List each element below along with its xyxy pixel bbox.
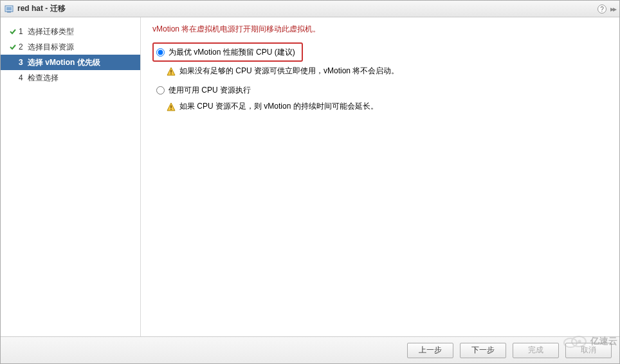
dialog-title: red hat - 迁移 — [17, 3, 66, 14]
wizard-sidebar: 1 选择迁移类型 2 选择目标资源 3 选择 vMotion 优先级 4 检查选… — [1, 17, 141, 336]
svg-rect-5 — [170, 73, 171, 75]
highlighted-option: 为最优 vMotion 性能预留 CPU (建议) — [152, 42, 303, 62]
wizard-step-1[interactable]: 1 选择迁移类型 — [1, 24, 140, 39]
priority-radio-optimal[interactable] — [156, 48, 165, 57]
svg-rect-8 — [170, 109, 171, 110]
step-number: 4 — [19, 73, 23, 82]
expand-icon[interactable]: ▸▸ — [610, 5, 615, 14]
check-icon — [7, 43, 19, 51]
finish-button[interactable]: 完成 — [513, 343, 559, 358]
step-number: 3 — [19, 58, 23, 67]
priority-radio-available[interactable] — [156, 86, 165, 95]
help-icon[interactable]: ? — [597, 5, 606, 14]
dialog-body: 1 选择迁移类型 2 选择目标资源 3 选择 vMotion 优先级 4 检查选… — [1, 17, 619, 336]
hint-text: 如果 CPU 资源不足，则 vMotion 的持续时间可能会延长。 — [179, 101, 378, 112]
svg-rect-7 — [170, 105, 171, 108]
warning-icon — [167, 67, 176, 76]
wizard-step-4[interactable]: 4 检查选择 — [1, 70, 140, 86]
step-label: 检查选择 — [28, 73, 59, 82]
step-label: 选择目标资源 — [28, 42, 74, 51]
cancel-button[interactable]: 取消 — [565, 343, 612, 358]
wizard-step-3[interactable]: 3 选择 vMotion 优先级 — [1, 55, 140, 70]
dialog-footer: 上一步 下一步 完成 取消 — [1, 336, 619, 363]
priority-option-1: 为最优 vMotion 性能预留 CPU (建议) 如果没有足够的 CPU 资源… — [152, 42, 608, 77]
step-label: 选择 vMotion 优先级 — [28, 58, 100, 67]
svg-rect-1 — [6, 7, 12, 10]
back-button[interactable]: 上一步 — [407, 343, 453, 358]
next-button[interactable]: 下一步 — [460, 343, 506, 358]
priority-hint-2: 如果 CPU 资源不足，则 vMotion 的持续时间可能会延长。 — [167, 101, 608, 112]
priority-label-available: 使用可用 CPU 资源执行 — [169, 85, 251, 96]
content-subtitle: vMotion 将在虚拟机电源打开期间移动此虚拟机。 — [152, 24, 608, 35]
wizard-content: vMotion 将在虚拟机电源打开期间移动此虚拟机。 为最优 vMotion 性… — [141, 17, 619, 336]
svg-rect-4 — [170, 70, 171, 73]
svg-rect-2 — [7, 12, 11, 13]
hint-text: 如果没有足够的 CPU 资源可供立即使用，vMotion 将不会启动。 — [179, 66, 399, 77]
vm-icon — [5, 5, 14, 14]
priority-option-2: 使用可用 CPU 资源执行 如果 CPU 资源不足，则 vMotion 的持续时… — [152, 83, 608, 112]
migrate-dialog: red hat - 迁移 ? ▸▸ 1 选择迁移类型 2 选择目标资源 3 选择 — [0, 0, 620, 364]
priority-hint-1: 如果没有足够的 CPU 资源可供立即使用，vMotion 将不会启动。 — [167, 66, 608, 77]
titlebar: red hat - 迁移 ? ▸▸ — [1, 1, 619, 17]
step-label: 选择迁移类型 — [28, 27, 74, 36]
warning-icon — [167, 102, 176, 111]
priority-label-optimal: 为最优 vMotion 性能预留 CPU (建议) — [169, 47, 295, 58]
check-icon — [7, 28, 19, 35]
step-number: 2 — [19, 42, 23, 51]
step-number: 1 — [19, 27, 23, 36]
wizard-step-2[interactable]: 2 选择目标资源 — [1, 39, 140, 55]
